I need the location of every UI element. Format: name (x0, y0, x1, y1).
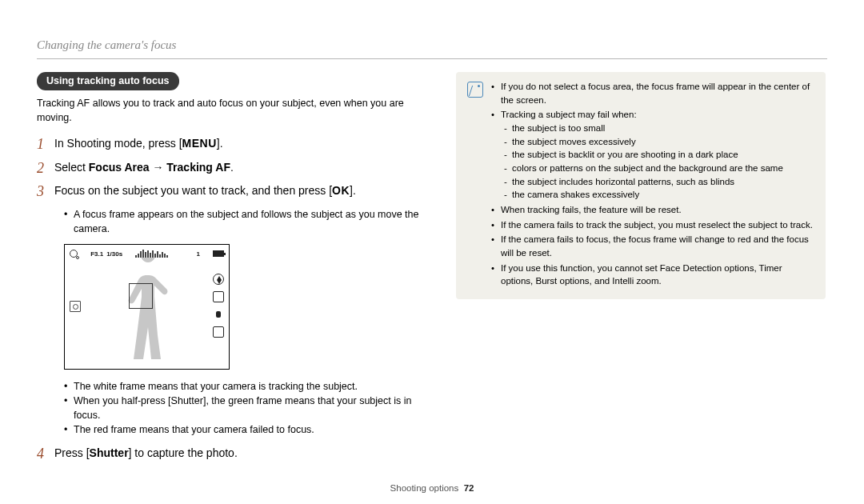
step-2: 2 Select Focus Area → Tracking AF. (37, 160, 435, 178)
step-list-cont: 4 Press [Shutter] to capture the photo. (37, 446, 435, 463)
two-column-layout: Using tracking auto focus Tracking AF al… (37, 72, 827, 469)
flash-icon (213, 274, 224, 285)
note-item: If you do not select a focus area, the f… (491, 80, 814, 106)
lcd-top-bar: F3.1 1/30s 1 (70, 250, 224, 258)
footer-section: Shooting options (390, 483, 459, 493)
note-icon (467, 82, 483, 98)
step-4: 4 Press [Shutter] to capture the photo. (37, 446, 435, 463)
note-subitem: colors or patterns on the subject and th… (504, 162, 814, 175)
lcd-histogram-icon (135, 250, 183, 258)
note-item: If the camera fails to focus, the focus … (491, 233, 814, 259)
header-rule (37, 58, 827, 59)
column-left: Using tracking auto focus Tracking AF al… (37, 72, 435, 469)
lcd-right-icons (213, 274, 224, 338)
step3-subnote: A focus frame appears on the subject and… (64, 207, 435, 236)
column-right: If you do not select a focus area, the f… (456, 72, 826, 469)
step-number: 3 (37, 183, 54, 201)
frame-meaning-list: The white frame means that your camera i… (64, 379, 435, 438)
note-item: Tracking a subject may fail when: the su… (491, 108, 814, 202)
section-intro: Tracking AF allows you to track and auto… (37, 97, 435, 125)
footer-page-number: 72 (464, 483, 474, 493)
person-silhouette-icon (122, 258, 186, 363)
focus-frame-icon (129, 283, 153, 309)
note-list: If you do not select a focus area, the f… (491, 80, 814, 290)
metering-icon (213, 291, 224, 302)
step-text: Press [Shutter] to capture the photo. (54, 446, 238, 462)
step-text: In Shooting mode, press [MENU]. (54, 136, 223, 152)
note-sublist: the subject is too small the subject mov… (504, 122, 814, 202)
frame-green: When you half-press [Shutter], the green… (64, 394, 435, 422)
page-footer: Shooting options 72 (0, 483, 864, 493)
mode-icon (213, 326, 224, 338)
lcd-fnumber: F3.1 (90, 250, 103, 258)
page-header: Changing the camera's focus (37, 38, 827, 52)
lcd-shutter: 1/30s (106, 250, 122, 258)
lens-icon (70, 250, 78, 258)
note-box: If you do not select a focus area, the f… (456, 72, 826, 299)
step-number: 4 (37, 446, 54, 463)
section-heading-pill: Using tracking auto focus (37, 72, 179, 90)
note-subitem: the subject is backlit or you are shooti… (504, 148, 814, 162)
note-subitem: the subject includes horizontal patterns… (504, 175, 814, 189)
focus-mode-icon (70, 301, 81, 312)
note-subitem: the subject is too small (504, 122, 814, 135)
frame-white: The white frame means that your camera i… (64, 379, 435, 394)
note-item: If you use this function, you cannot set… (491, 262, 814, 288)
note-item: When tracking fails, the feature will be… (491, 203, 814, 217)
frame-red: The red frame means that your camera fai… (64, 422, 435, 437)
step-1: 1 In Shooting mode, press [MENU]. (37, 136, 435, 154)
step-text: Select Focus Area → Tracking AF. (54, 160, 234, 176)
step-text: Focus on the subject you want to track, … (54, 183, 356, 199)
battery-icon (213, 250, 224, 257)
step-number: 1 (37, 136, 54, 154)
ok-button-label: OK (332, 184, 350, 197)
note-item: If the camera fails to track the subject… (491, 218, 814, 232)
lcd-illustration: F3.1 1/30s 1 (64, 244, 230, 370)
stabilizer-icon (213, 309, 224, 320)
step-number: 2 (37, 160, 54, 178)
note-subitem: the subject moves excessively (504, 135, 814, 149)
lcd-count: 1 (196, 250, 199, 258)
step-3: 3 Focus on the subject you want to track… (37, 183, 435, 201)
menu-button-label: MENU (182, 137, 217, 150)
subnote-item: A focus frame appears on the subject and… (64, 207, 435, 236)
note-subitem: the camera shakes excessively (504, 188, 814, 202)
step-list: 1 In Shooting mode, press [MENU]. 2 Sele… (37, 136, 435, 201)
